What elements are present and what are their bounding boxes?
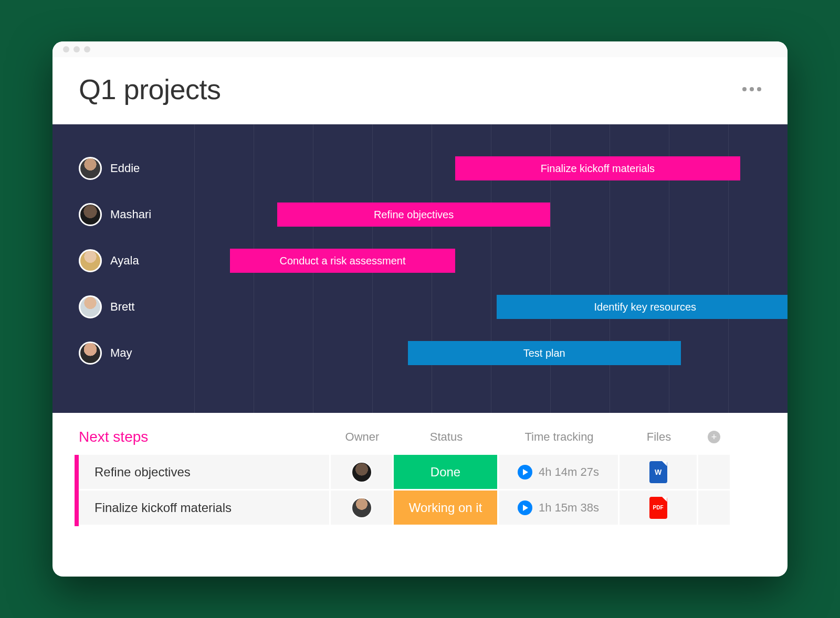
next-steps-section: Next steps Owner Status Time tracking Fi… xyxy=(52,413,788,526)
page-header: Q1 projects xyxy=(52,57,788,124)
more-options-button[interactable] xyxy=(742,87,761,91)
column-header-time[interactable]: Time tracking xyxy=(499,430,620,444)
avatar xyxy=(351,497,372,518)
play-icon[interactable] xyxy=(518,465,532,480)
column-header-status[interactable]: Status xyxy=(394,430,499,444)
person[interactable]: May xyxy=(52,342,194,365)
avatar xyxy=(79,157,102,180)
gantt-bar[interactable]: Test plan xyxy=(408,341,681,365)
column-header-files[interactable]: Files xyxy=(620,430,698,444)
gantt-bar[interactable]: Identify key resources xyxy=(497,295,788,319)
plus-icon: + xyxy=(708,431,720,443)
avatar xyxy=(79,342,102,365)
person-name: Ayala xyxy=(110,254,139,268)
gantt-row: May Test plan xyxy=(52,330,788,376)
table-row[interactable]: Refine objectives Done 4h 14m 27s W xyxy=(75,455,761,491)
table-header: Next steps Owner Status Time tracking Fi… xyxy=(79,429,761,445)
gantt-row: Eddie Finalize kickoff materials xyxy=(52,145,788,191)
word-file-icon[interactable]: W xyxy=(649,461,667,483)
column-header-owner[interactable]: Owner xyxy=(331,430,394,444)
files-cell[interactable]: PDF xyxy=(620,491,698,526)
traffic-light-minimize-icon[interactable] xyxy=(74,46,80,52)
gantt-bar[interactable]: Conduct a risk assessment xyxy=(230,249,455,273)
avatar xyxy=(351,462,372,483)
bar-track: Test plan xyxy=(194,341,788,365)
page-title: Q1 projects xyxy=(79,73,221,105)
time-value: 1h 15m 38s xyxy=(539,501,599,515)
play-icon[interactable] xyxy=(518,500,532,515)
dot-icon xyxy=(750,87,754,91)
time-value: 4h 14m 27s xyxy=(539,465,599,479)
avatar xyxy=(79,295,102,318)
window-titlebar xyxy=(52,41,788,57)
pdf-file-icon[interactable]: PDF xyxy=(649,497,667,519)
app-window: Q1 projects Eddie Finalize kickoff mater… xyxy=(52,41,788,577)
person-name: Eddie xyxy=(110,162,140,175)
person[interactable]: Mashari xyxy=(52,203,194,226)
dot-icon xyxy=(757,87,761,91)
traffic-light-close-icon[interactable] xyxy=(63,46,69,52)
time-tracking-cell[interactable]: 1h 15m 38s xyxy=(499,491,620,526)
owner-cell[interactable] xyxy=(331,491,394,526)
avatar xyxy=(79,203,102,226)
bar-track: Identify key resources xyxy=(194,295,788,319)
bar-track: Conduct a risk assessment xyxy=(194,249,788,273)
person-name: Brett xyxy=(110,300,134,314)
gantt-chart: Eddie Finalize kickoff materials Mashari… xyxy=(52,124,788,413)
table-row[interactable]: Finalize kickoff materials Working on it… xyxy=(75,491,761,526)
status-cell[interactable]: Working on it xyxy=(394,491,499,526)
empty-cell xyxy=(698,455,730,491)
gantt-row: Mashari Refine objectives xyxy=(52,191,788,238)
gantt-row: Ayala Conduct a risk assessment xyxy=(52,238,788,284)
gantt-row: Brett Identify key resources xyxy=(52,284,788,330)
dot-icon xyxy=(742,87,747,91)
task-name-cell[interactable]: Finalize kickoff materials xyxy=(79,491,331,526)
task-name-cell[interactable]: Refine objectives xyxy=(79,455,331,491)
status-cell[interactable]: Done xyxy=(394,455,499,491)
empty-cell xyxy=(698,491,730,526)
traffic-light-maximize-icon[interactable] xyxy=(84,46,90,52)
person[interactable]: Brett xyxy=(52,295,194,318)
person[interactable]: Eddie xyxy=(52,157,194,180)
gantt-bar[interactable]: Refine objectives xyxy=(277,203,550,227)
person-name: May xyxy=(110,346,132,360)
avatar xyxy=(79,249,102,272)
gantt-bar[interactable]: Finalize kickoff materials xyxy=(455,156,740,180)
person[interactable]: Ayala xyxy=(52,249,194,272)
time-tracking-cell[interactable]: 4h 14m 27s xyxy=(499,455,620,491)
owner-cell[interactable] xyxy=(331,455,394,491)
files-cell[interactable]: W xyxy=(620,455,698,491)
bar-track: Finalize kickoff materials xyxy=(194,156,788,180)
bar-track: Refine objectives xyxy=(194,203,788,227)
add-column-button[interactable]: + xyxy=(698,431,730,443)
section-title[interactable]: Next steps xyxy=(79,429,331,445)
person-name: Mashari xyxy=(110,208,151,221)
